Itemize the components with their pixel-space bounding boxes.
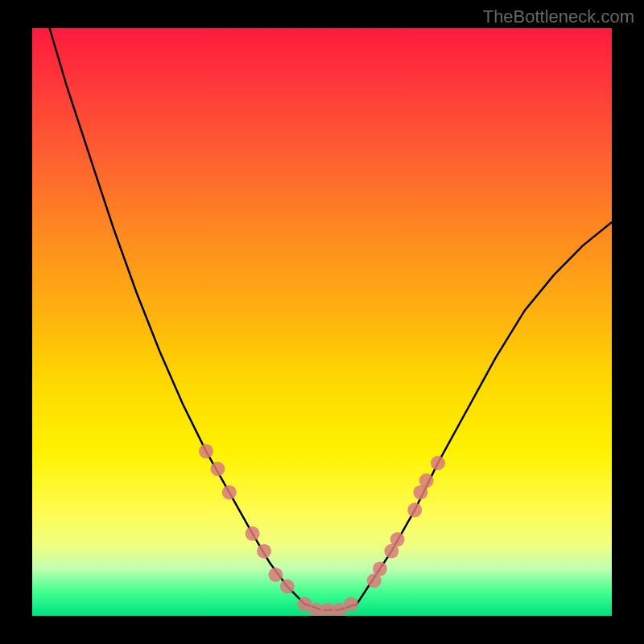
chart-svg: [32, 28, 612, 616]
data-marker: [246, 526, 260, 541]
plot-area: [32, 28, 612, 616]
data-marker: [407, 503, 422, 518]
data-marker: [431, 456, 445, 470]
data-marker: [222, 485, 237, 500]
data-marker: [344, 597, 358, 611]
data-marker: [199, 444, 213, 459]
data-markers: [199, 444, 445, 616]
data-marker: [280, 580, 295, 594]
data-marker: [268, 568, 283, 582]
data-marker: [210, 462, 225, 477]
watermark-text: TheBottleneck.com: [483, 6, 634, 27]
data-marker: [373, 562, 387, 576]
curve-line: [50, 28, 612, 610]
data-marker: [257, 544, 271, 559]
data-marker: [390, 532, 405, 547]
data-marker: [419, 473, 434, 488]
